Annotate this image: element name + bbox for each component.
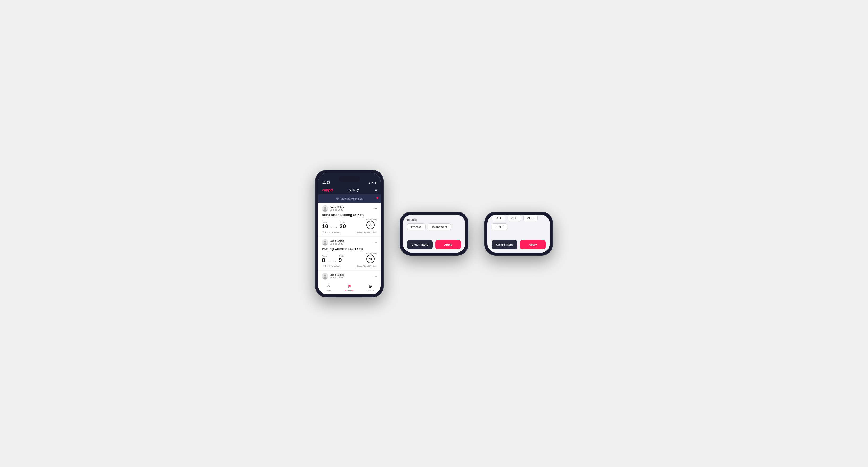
score-stat-2: Score 0 <box>322 255 328 263</box>
dot-indicator-1 <box>376 197 378 199</box>
logo-1: clippd <box>322 188 333 192</box>
stats-row-1: Score 10 OUT OF Shots 20 Shot Quality 75 <box>322 218 377 229</box>
clear-filters-button-2[interactable]: Clear Filters <box>407 240 433 249</box>
nav-title-1: Activity <box>348 188 359 192</box>
filter-sheet-2: Filter ✕ Show Rounds Practice Drills Rou… <box>403 215 465 253</box>
chip-ott-3[interactable]: OTT <box>492 215 505 221</box>
card-menu-3[interactable]: ••• <box>373 275 377 278</box>
sheet-body-3: Show Rounds Practice Drills Practice Dri… <box>488 215 550 237</box>
user-info-2: Josh Coles 28 Feb 2023 <box>322 239 344 246</box>
clear-filters-button-3[interactable]: Clear Filters <box>492 240 517 249</box>
nav-bar-1: clippd Activity ≡ <box>318 186 380 195</box>
chip-putt-3[interactable]: PUTT <box>492 223 507 230</box>
card-header-3: Josh Coles 28 Feb 2023 ••• <box>322 273 377 280</box>
out-of-1: OUT OF <box>330 227 337 228</box>
svg-point-7 <box>324 275 326 276</box>
avatar-3 <box>322 273 328 280</box>
practice-drills-chips-3: OTT APP ARG PUTT <box>492 215 546 230</box>
activity-card-3: Josh Coles 28 Feb 2023 ••• <box>318 271 380 282</box>
filter-icon-1: ⚙ <box>336 197 339 200</box>
shots-stat-1: Shots 20 <box>340 221 346 229</box>
test-info-text-2: Test Information <box>325 265 340 267</box>
tab-activities-label-1: Activities <box>345 289 353 292</box>
user-details-1: Josh Coles 28 Feb 2023 <box>330 206 344 211</box>
svg-point-5 <box>323 243 327 245</box>
sheet-body-2: Show Rounds Practice Drills Rounds Pract… <box>403 215 465 237</box>
card-footer-2: ⓘ Test Information Data: Clippd Capture <box>322 265 377 268</box>
phone-1: 11:33 ▲ ᯤ ▮ clippd Activity ≡ ⚙ Viewing … <box>315 170 384 298</box>
score-stat-1: Score 10 <box>322 221 328 229</box>
tab-activities-1[interactable]: ⚑ Activities <box>339 284 360 292</box>
score-value-2: 0 <box>322 257 328 263</box>
home-icon-1: ⌂ <box>328 284 330 288</box>
user-info-1: Josh Coles 28 Feb 2023 <box>322 206 344 212</box>
dynamic-island-1 <box>339 176 360 182</box>
user-name-3: Josh Coles <box>330 274 344 276</box>
avatar-2 <box>322 239 328 246</box>
filter-sheet-3: Filter ✕ Show Rounds Practice Drills Pra… <box>488 215 550 253</box>
card-footer-1: ⓘ Test Information Data: Clippd Capture <box>322 231 377 234</box>
capture-icon-1: ⊕ <box>368 284 372 289</box>
chip-practice-2[interactable]: Practice <box>407 223 426 230</box>
shot-quality-badge-2: 45 <box>366 255 375 263</box>
stats-row-2: Score 0 OUT OF Shots 9 Shot Quality 45 <box>322 252 377 263</box>
tab-home-1[interactable]: ⌂ Home <box>318 284 339 291</box>
apply-button-3[interactable]: Apply <box>520 240 546 249</box>
info-icon-2: ⓘ <box>322 265 324 268</box>
wifi-icon: ᯤ <box>372 181 374 184</box>
shots-stat-2: Shots 9 <box>339 255 344 263</box>
shot-quality-label-1: Shot Quality <box>365 218 377 221</box>
chip-tournament-2[interactable]: Tournament <box>428 223 451 230</box>
scene: 11:33 ▲ ᯤ ▮ clippd Activity ≡ ⚙ Viewing … <box>299 154 569 313</box>
activities-icon-1: ⚑ <box>347 284 351 289</box>
phone-1-screen: 11:33 ▲ ᯤ ▮ clippd Activity ≡ ⚙ Viewing … <box>318 173 380 294</box>
info-icon-1: ⓘ <box>322 231 324 234</box>
svg-point-2 <box>323 209 327 212</box>
viewing-bar-text-1: Viewing Activities <box>340 197 363 200</box>
viewing-bar-1[interactable]: ⚙ Viewing Activities <box>318 195 380 203</box>
user-info-3: Josh Coles 28 Feb 2023 <box>322 273 344 280</box>
activity-list-1: Josh Coles 28 Feb 2023 ••• Must Make Put… <box>318 203 380 282</box>
user-name-1: Josh Coles <box>330 206 344 209</box>
menu-icon-1[interactable]: ≡ <box>375 188 377 192</box>
card-header-1: Josh Coles 28 Feb 2023 ••• <box>322 206 377 212</box>
svg-point-1 <box>324 207 326 209</box>
phone-3-screen: 11:33 ▲ ᯤ ▮ clippd Activity ≡ ⚙ Viewing … <box>488 215 550 253</box>
rounds-chips-2: Practice Tournament <box>407 223 461 230</box>
shot-quality-label-2: Shot Quality <box>365 252 377 255</box>
user-name-2: Josh Coles <box>330 240 344 243</box>
apply-button-2[interactable]: Apply <box>435 240 461 249</box>
battery-icon: ▮ <box>375 181 376 184</box>
tab-capture-label-1: Capture <box>366 289 374 292</box>
shot-quality-stat-1: Shot Quality 75 <box>365 218 377 229</box>
status-icons-1: ▲ ᯤ ▮ <box>368 181 376 184</box>
score-value-1: 10 <box>322 223 328 229</box>
user-details-3: Josh Coles 28 Feb 2023 <box>330 274 344 279</box>
card-title-2: Putting Combine (3-15 ft) <box>322 247 377 251</box>
user-date-3: 28 Feb 2023 <box>330 276 344 279</box>
svg-point-4 <box>324 241 326 243</box>
test-info-2: ⓘ Test Information <box>322 265 340 268</box>
shot-quality-stat-2: Shot Quality 45 <box>365 252 377 263</box>
tab-capture-1[interactable]: ⊕ Capture <box>360 284 380 292</box>
phone-2: 11:33 ▲ ᯤ ▮ clippd Activity ≡ ⚙ Viewing … <box>400 212 468 256</box>
sheet-actions-3: Clear Filters Apply <box>488 237 550 249</box>
user-date-1: 28 Feb 2023 <box>330 209 344 211</box>
phone-3: 11:33 ▲ ᯤ ▮ clippd Activity ≡ ⚙ Viewing … <box>484 212 553 256</box>
tab-home-label-1: Home <box>326 289 331 291</box>
data-source-1: Data: Clippd Capture <box>357 231 377 234</box>
card-header-2: Josh Coles 28 Feb 2023 ••• <box>322 239 377 246</box>
user-date-2: 28 Feb 2023 <box>330 243 344 245</box>
card-title-1: Must Make Putting (3-6 ft) <box>322 213 377 217</box>
chip-arg-3[interactable]: ARG <box>523 215 538 221</box>
signal-icon: ▲ <box>368 181 371 184</box>
tab-bar-1: ⌂ Home ⚑ Activities ⊕ Capture <box>318 282 380 294</box>
rounds-label-2: Rounds <box>407 218 461 221</box>
phone-2-screen: 11:33 ▲ ᯤ ▮ clippd Activity ≡ ⚙ Viewing … <box>403 215 465 253</box>
svg-point-8 <box>323 277 327 279</box>
user-details-2: Josh Coles 28 Feb 2023 <box>330 240 344 245</box>
card-menu-1[interactable]: ••• <box>373 207 377 211</box>
status-time-1: 11:33 <box>322 181 330 184</box>
card-menu-2[interactable]: ••• <box>373 241 377 244</box>
chip-app-3[interactable]: APP <box>507 215 521 221</box>
